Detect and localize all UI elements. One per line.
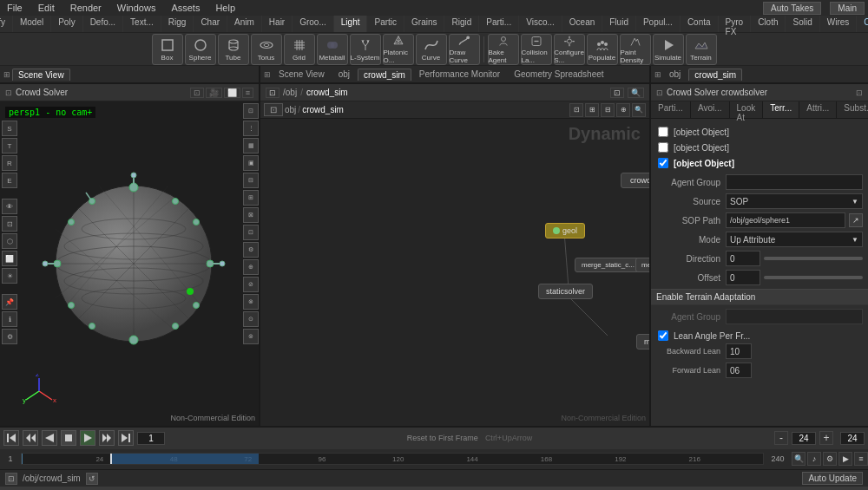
prop-tab-lookat[interactable]: Look At <box>730 101 764 118</box>
mid-path-crowd[interactable]: crowd_sim <box>306 88 348 97</box>
shelf-tab-crowds[interactable]: Crowds <box>857 16 868 32</box>
shelf-tab-defo[interactable]: Defo... <box>83 16 123 32</box>
prop-tab-attri[interactable]: Attri... <box>799 101 837 118</box>
tab-obj-mid[interactable]: obj <box>332 68 356 81</box>
main-button[interactable]: Main <box>830 2 865 15</box>
prop-tab-terr[interactable]: Terr... <box>763 101 799 118</box>
vp-right-btn2[interactable]: ⋮ <box>243 121 259 136</box>
vp-right-btn10[interactable]: ⊕ <box>243 259 259 275</box>
menu-assets[interactable]: Assets <box>168 3 203 13</box>
tab-obj-right[interactable]: obj <box>663 68 687 81</box>
tool-paint-density[interactable]: Paint Density <box>620 34 651 65</box>
node-geol[interactable]: geol <box>545 223 585 238</box>
shelf-tab-fluid[interactable]: Fluid <box>602 16 636 32</box>
left-snap-btn[interactable]: ⊡ <box>190 88 204 98</box>
tool-grid[interactable]: Grid <box>284 34 315 65</box>
tool-configure[interactable]: Configure S... <box>554 34 585 65</box>
vp-light-btn[interactable]: ☀ <box>2 268 17 284</box>
tl-settings[interactable]: ⚙ <box>823 452 837 466</box>
vp-snap-btn[interactable]: ⊡ <box>2 216 17 232</box>
timeline-bar[interactable]: 1 24 48 72 96 120 144 168 192 216 <box>0 449 868 469</box>
menu-help[interactable]: Help <box>212 3 239 13</box>
shelf-tab-parti2[interactable]: Parti... <box>479 16 519 32</box>
node-path-obj[interactable]: obj <box>285 105 296 114</box>
shelf-tab-groo[interactable]: Groo... <box>293 16 334 32</box>
checkbox-lean-angle[interactable] <box>658 330 668 341</box>
node-merge-static-solver[interactable]: merge_static_solver <box>636 334 649 350</box>
node-crowdobject[interactable]: crowdobject <box>621 173 649 188</box>
input-sop-path[interactable] <box>726 212 845 228</box>
node-icon2[interactable]: ⊞ <box>585 103 599 117</box>
shelf-tab-pyro[interactable]: Pyro FX <box>719 16 752 32</box>
input-direction[interactable] <box>726 251 760 266</box>
vp-right-btn14[interactable]: ⊚ <box>243 329 259 344</box>
tl-reset-btn[interactable] <box>3 430 19 446</box>
shelf-tab-poly[interactable]: Poly <box>51 16 82 32</box>
tool-box[interactable]: Box <box>152 34 183 65</box>
node-icon3[interactable]: ⊟ <box>601 103 615 117</box>
shelf-tab-light[interactable]: Light <box>334 16 368 32</box>
tool-metaball[interactable]: Metaball <box>317 34 348 65</box>
shelf-tab-visco[interactable]: Visco... <box>519 16 562 32</box>
input-agent-group2[interactable] <box>726 309 863 324</box>
vp-right-btn12[interactable]: ⊗ <box>243 294 259 310</box>
tool-lsystem[interactable]: L-System <box>350 34 381 65</box>
tab-scene-view-mid[interactable]: Scene View <box>273 68 331 81</box>
tool-simulate[interactable]: Simulate <box>653 34 684 65</box>
vp-scale-btn[interactable]: E <box>2 173 17 188</box>
node-merge-static-coll[interactable]: merge_static_c... <box>575 258 641 272</box>
input-agent-group[interactable] <box>726 174 863 190</box>
shelf-tab-solid[interactable]: Solid <box>786 16 819 32</box>
shelf-tab-cloth[interactable]: Cloth <box>751 16 786 32</box>
viewport-3d[interactable]: S T R E 👁 ⊡ ⬡ ⬜ ☀ 📌 ℹ ⚙ <box>0 101 259 426</box>
mid-path-obj[interactable]: /obj <box>283 88 297 97</box>
dropdown-source[interactable]: SOP ▼ <box>726 193 863 209</box>
vp-right-btn4[interactable]: ▣ <box>243 155 259 171</box>
tl-minus-btn[interactable]: - <box>774 431 788 445</box>
shelf-tab-anim[interactable]: Anim <box>227 16 262 32</box>
vp-right-btn7[interactable]: ⊠ <box>243 207 259 223</box>
vp-settings-btn[interactable]: ⚙ <box>2 329 17 344</box>
shelf-tab-modify[interactable]: Modify <box>0 16 13 32</box>
tl-plus-btn[interactable]: + <box>819 431 833 445</box>
vp-right-btn6[interactable]: ⊞ <box>243 190 259 206</box>
tool-torus[interactable]: Torus <box>251 34 282 65</box>
tl-step-back-btn[interactable] <box>23 430 38 446</box>
vp-pin-btn[interactable]: 📌 <box>2 294 17 310</box>
tab-geometry-mid[interactable]: Geometry Spreadsheet <box>508 68 609 81</box>
vp-view-btn[interactable]: 👁 <box>2 199 17 214</box>
tool-platonic[interactable]: Platonic O... <box>383 34 414 65</box>
shelf-tab-ocean[interactable]: Ocean <box>562 16 602 32</box>
vp-right-btn9[interactable]: ⚙ <box>243 242 259 258</box>
tl-more[interactable]: ≡ <box>854 452 868 466</box>
vp-right-btn11[interactable]: ⊘ <box>243 277 259 292</box>
tl-render[interactable]: ▶ <box>838 452 852 466</box>
input-backward-lean[interactable] <box>726 343 752 359</box>
dropdown-mode[interactable]: Up Attribute ▼ <box>726 232 863 247</box>
input-forward-lean[interactable] <box>726 363 752 378</box>
status-icon1[interactable]: ⊡ <box>5 473 17 485</box>
node-graph[interactable]: Dynamic <box>260 119 649 426</box>
tl-end-frame[interactable] <box>840 432 865 445</box>
node-icon1[interactable]: ⊡ <box>569 103 583 117</box>
left-cam-btn[interactable]: 🎥 <box>206 88 222 98</box>
checkbox-terrain-projection[interactable] <box>658 158 668 168</box>
tool-curve[interactable]: Curve <box>416 34 447 65</box>
tl-zoom-out[interactable]: 🔍 <box>792 452 806 466</box>
tl-step-fwd-btn[interactable] <box>99 430 115 446</box>
checkbox-foot-locking[interactable] <box>658 142 668 153</box>
vp-translate-btn[interactable]: T <box>2 138 17 154</box>
tool-sphere[interactable]: Sphere <box>185 34 216 65</box>
right-panel-close[interactable]: ⊡ <box>856 88 863 97</box>
vp-select-btn[interactable]: S <box>2 121 17 136</box>
shelf-tab-wires[interactable]: Wires <box>820 16 858 32</box>
mid-home-btn[interactable]: ⊡ <box>266 88 279 98</box>
shelf-tab-text[interactable]: Text... <box>123 16 161 32</box>
vp-info-btn[interactable]: ℹ <box>2 311 17 327</box>
vp-right-btn13[interactable]: ⊙ <box>243 311 259 327</box>
vp-right-btn3[interactable]: ▦ <box>243 138 259 154</box>
tl-play-back-btn[interactable] <box>42 430 57 446</box>
menu-windows[interactable]: Windows <box>114 3 160 13</box>
tl-stop-btn[interactable] <box>61 430 76 446</box>
left-more-btn[interactable]: ≡ <box>242 88 253 98</box>
